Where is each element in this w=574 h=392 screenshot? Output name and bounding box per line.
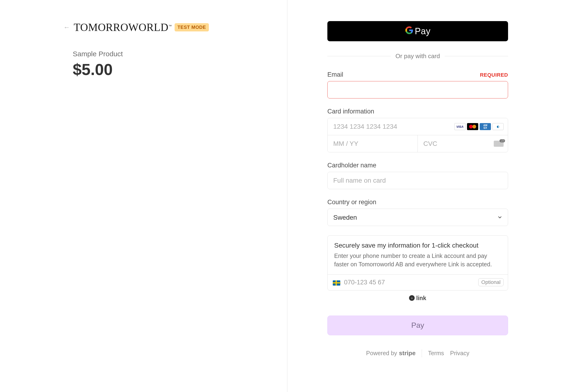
pay-button[interactable]: Pay	[327, 316, 508, 335]
cardholder-label: Cardholder name	[327, 162, 376, 169]
country-section: Country or region Sweden	[327, 199, 508, 226]
privacy-link[interactable]: Privacy	[450, 350, 469, 356]
terms-link[interactable]: Terms	[428, 350, 444, 356]
email-section: Email REQUIRED	[327, 71, 508, 98]
cardholder-section: Cardholder name	[327, 162, 508, 189]
link-brand-row: › link	[327, 295, 508, 301]
test-mode-badge: TEST MODE	[175, 23, 209, 31]
card-info-label: Card information	[327, 108, 374, 115]
phone-country-selector[interactable]: ▾	[333, 279, 341, 286]
visa-icon: VISA	[454, 123, 466, 130]
powered-by-label: Powered by	[366, 350, 397, 356]
trademark-symbol: ™	[168, 24, 172, 28]
link-save-box: Securely save my information for 1-click…	[327, 235, 508, 290]
amex-icon: AM EX	[480, 123, 491, 130]
optional-badge: Optional	[478, 278, 504, 286]
card-input-group: VISA AM EX ◐	[327, 118, 508, 152]
summary-panel: ← TOMORROWORLD™ TEST MODE Sample Product…	[0, 0, 285, 392]
stripe-logo: stripe	[399, 350, 416, 357]
sweden-flag-icon	[333, 280, 340, 286]
footer: Powered by stripe Terms Privacy	[327, 349, 508, 357]
brand-row: ← TOMORROWORLD™ TEST MODE	[63, 21, 271, 34]
email-label: Email	[327, 71, 343, 78]
link-phone-row: ▾ Optional	[328, 274, 508, 290]
footer-divider	[422, 349, 422, 357]
back-arrow-icon[interactable]: ←	[63, 24, 70, 31]
merchant-name: TOMORROWORLD	[74, 21, 168, 33]
link-description: Enter your phone number to create a Link…	[334, 252, 501, 269]
google-logo-icon	[405, 26, 413, 35]
merchant-brand: TOMORROWORLD™	[74, 21, 172, 34]
link-title: Securely save my information for 1-click…	[334, 242, 501, 249]
divider-line-right	[445, 56, 508, 56]
product-name: Sample Product	[73, 50, 271, 58]
payment-panel: Pay Or pay with card Email REQUIRED Card…	[287, 0, 574, 392]
country-label: Country or region	[327, 199, 376, 206]
card-expiry-input[interactable]	[328, 135, 418, 152]
country-select[interactable]: Sweden	[327, 209, 508, 226]
card-section: Card information VISA AM EX ◐	[327, 108, 508, 152]
google-pay-button[interactable]: Pay	[327, 21, 508, 41]
card-brand-icons: VISA AM EX ◐	[454, 123, 504, 130]
divider-line-left	[327, 56, 391, 56]
gpay-label: Pay	[415, 26, 430, 36]
email-input[interactable]	[327, 81, 508, 98]
link-brand-text: link	[416, 295, 426, 301]
google-g-icon	[405, 26, 413, 37]
cardholder-name-input[interactable]	[327, 172, 508, 189]
link-logo-icon: ›	[409, 295, 415, 301]
divider-text: Or pay with card	[395, 53, 440, 60]
product-price: $5.00	[73, 60, 271, 78]
powered-by-stripe: Powered by stripe	[366, 350, 416, 357]
phone-input[interactable]	[344, 279, 475, 286]
cvc-hint-icon	[494, 141, 504, 147]
pay-divider: Or pay with card	[327, 53, 508, 60]
mastercard-icon	[467, 123, 478, 130]
diners-icon: ◐	[492, 123, 504, 130]
email-required-tag: REQUIRED	[480, 72, 508, 78]
